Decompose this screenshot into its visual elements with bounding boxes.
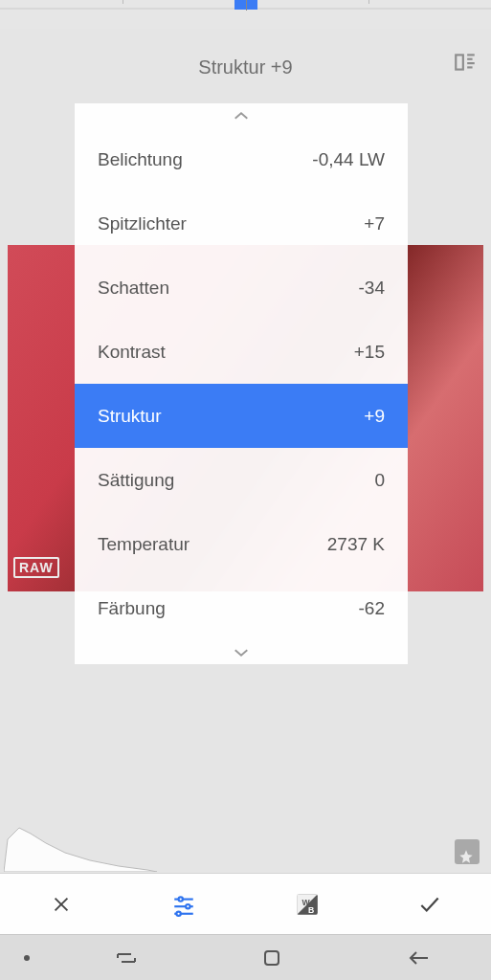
adjustment-title: Struktur +9 — [0, 56, 491, 78]
svg-point-12 — [177, 911, 181, 915]
adjust-label: Schatten — [98, 278, 359, 299]
adjust-row-faerbung[interactable]: Färbung -62 — [75, 576, 408, 640]
adjust-value: +9 — [364, 406, 385, 427]
adjust-row-kontrast[interactable]: Kontrast +15 — [75, 320, 408, 384]
adjust-row-belichtung[interactable]: Belichtung -0,44 LW — [75, 127, 408, 191]
adjust-label: Kontrast — [98, 342, 354, 363]
adjust-value: -0,44 LW — [312, 149, 385, 170]
back-icon[interactable] — [346, 949, 491, 967]
adjust-row-temperatur[interactable]: Temperatur 2737 K — [75, 512, 408, 576]
adjust-label: Sättigung — [98, 470, 374, 491]
svg-point-16 — [24, 955, 30, 961]
adjust-value: 0 — [374, 470, 385, 491]
compare-icon[interactable] — [453, 50, 478, 78]
white-balance-icon[interactable]: W B — [286, 883, 328, 925]
histogram-area — [0, 811, 491, 872]
recents-icon[interactable] — [54, 950, 199, 966]
histogram — [4, 820, 157, 872]
adjust-row-schatten[interactable]: Schatten -34 — [75, 256, 408, 320]
chevron-up-icon[interactable] — [75, 103, 408, 127]
slider-strip[interactable] — [0, 0, 491, 29]
adjust-value: +7 — [364, 213, 385, 234]
adjust-label: Belichtung — [98, 149, 312, 170]
svg-rect-17 — [265, 951, 279, 965]
adjust-label: Temperatur — [98, 534, 327, 555]
svg-point-10 — [187, 904, 190, 908]
adjust-row-spitzlichter[interactable]: Spitzlichter +7 — [75, 191, 408, 256]
svg-rect-0 — [456, 55, 463, 69]
check-icon[interactable] — [409, 883, 451, 925]
adjust-label: Spitzlichter — [98, 213, 364, 234]
adjust-value: -34 — [359, 278, 385, 299]
close-icon[interactable] — [40, 883, 82, 925]
tune-icon[interactable] — [163, 883, 205, 925]
adjustments-panel: Belichtung -0,44 LW Spitzlichter +7 Scha… — [75, 103, 408, 664]
adjust-value: 2737 K — [327, 534, 385, 555]
toolbar: W B — [0, 873, 491, 934]
android-navbar — [0, 934, 491, 980]
adjust-value: +15 — [354, 342, 385, 363]
nav-assistant-icon[interactable] — [0, 954, 54, 962]
adjust-label: Struktur — [98, 406, 364, 427]
svg-text:B: B — [308, 904, 314, 914]
adjust-row-struktur[interactable]: Struktur +9 — [75, 384, 408, 448]
star-icon[interactable] — [455, 839, 480, 864]
raw-badge: RAW — [13, 557, 59, 578]
adjust-row-saettigung[interactable]: Sättigung 0 — [75, 448, 408, 512]
svg-point-8 — [179, 897, 183, 901]
home-icon[interactable] — [199, 948, 345, 968]
adjust-value: -62 — [359, 598, 385, 619]
header: Struktur +9 — [0, 48, 491, 86]
adjust-label: Färbung — [98, 598, 359, 619]
chevron-down-icon[interactable] — [75, 640, 408, 664]
